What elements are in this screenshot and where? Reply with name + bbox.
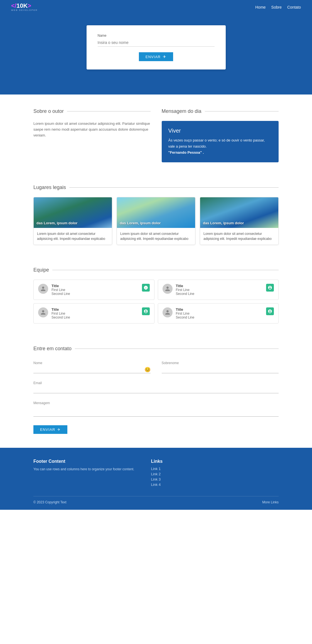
place-text-1: Lorem ipsum dolor sit amet consectetur a… xyxy=(37,231,109,241)
badge-icon-1 xyxy=(144,285,148,290)
team-line2-3: Second Line xyxy=(51,315,139,319)
lugares-header: Lugares legais xyxy=(33,185,279,190)
badge-icon-4 xyxy=(268,309,272,314)
team-grid: Title First Line Second Line Title First… xyxy=(33,280,279,324)
about-section: Sobre o outor Lorem ipsum dolor sit amet… xyxy=(0,95,312,176)
contact-section: Entre em contato Nome 😊 Sobrenome Email … xyxy=(0,337,312,448)
person-icon-3 xyxy=(40,310,46,315)
team-line2-4: Second Line xyxy=(176,315,263,319)
footer-link-1[interactable]: Link 1 xyxy=(151,467,163,471)
sobrenome-label: Sobrenome xyxy=(162,361,279,365)
contact-title: Entre em contato xyxy=(33,346,72,352)
team-line1-2: First Line xyxy=(176,288,263,292)
place-body-1: Lorem ipsum dolor sit amet consectetur a… xyxy=(34,228,112,245)
nav-contato[interactable]: Contato xyxy=(287,5,301,9)
team-badge-3 xyxy=(142,307,150,315)
nav-sobre[interactable]: Sobre xyxy=(271,5,282,9)
mensagem-author: "Fernando Pessoa" . xyxy=(168,150,204,155)
form-row-mensagem: Mensagem xyxy=(33,401,279,417)
nav-home[interactable]: Home xyxy=(255,5,266,9)
badge-icon-2 xyxy=(268,285,272,290)
about-left: Sobre o outor Lorem ipsum dolor sit amet… xyxy=(33,108,151,162)
place-card-1: das Lorem, ipsum dolor Lorem ipsum dolor… xyxy=(33,197,112,245)
sobrenome-field: Sobrenome xyxy=(162,361,279,373)
team-card-1: Title First Line Second Line xyxy=(33,280,154,300)
team-badge-1 xyxy=(142,284,150,292)
hero-card: Name ENVIAR ✈ xyxy=(87,25,226,69)
place-card-3: das Lorem, ipsum dolor Lorem ipsum dolor… xyxy=(200,197,279,245)
place-label-2: das Lorem, ipsum dolor xyxy=(120,221,161,225)
about-divider xyxy=(67,111,150,111)
place-body-3: Lorem ipsum dolor sit amet consectetur a… xyxy=(200,228,278,245)
lugares-divider xyxy=(69,187,279,188)
footer: Footer Content You can use rows and colu… xyxy=(0,448,312,510)
team-info-4: Title First Line Second Line xyxy=(176,307,263,319)
team-info-1: Title First Line Second Line xyxy=(51,284,139,296)
equipe-title: Equipe xyxy=(33,267,49,273)
mensagem-input[interactable] xyxy=(33,406,279,417)
about-title: Sobre o outor xyxy=(33,108,64,114)
email-label: Email xyxy=(33,381,279,385)
place-img-2: das Lorem, ipsum dolor xyxy=(117,197,195,228)
team-line1-4: First Line xyxy=(176,312,263,315)
person-icon-1 xyxy=(40,286,46,292)
place-label-1: das Lorem, ipsum dolor xyxy=(36,221,77,225)
place-text-2: Lorem ipsum dolor sit amet consectetur a… xyxy=(120,231,192,241)
mensagem-card-text: Às vezes ouço passar o vento; e só de ou… xyxy=(168,137,272,156)
footer-link-2[interactable]: Link 2 xyxy=(151,472,163,476)
mensagem-divider xyxy=(205,111,279,111)
avatar-1 xyxy=(38,284,48,294)
avatar-4 xyxy=(163,307,173,317)
lugares-section: Lugares legais das Lorem, ipsum dolor Lo… xyxy=(0,176,312,259)
footer-link-4[interactable]: Link 4 xyxy=(151,483,163,487)
place-text-3: Lorem ipsum dolor sit amet consectetur a… xyxy=(203,231,275,241)
team-title-1: Title xyxy=(51,284,139,288)
team-badge-2 xyxy=(266,284,274,292)
team-line1-1: First Line xyxy=(51,288,139,292)
person-icon-2 xyxy=(165,286,170,292)
email-input[interactable] xyxy=(33,386,279,393)
email-field: Email xyxy=(33,381,279,393)
equipe-header: Equipe xyxy=(33,267,279,273)
sobrenome-input[interactable] xyxy=(162,365,279,373)
blue-spacer xyxy=(0,86,312,95)
footer-top: Footer Content You can use rows and colu… xyxy=(33,459,279,488)
more-links[interactable]: More Links xyxy=(262,500,279,504)
name-input[interactable] xyxy=(98,39,215,47)
hero-send-button[interactable]: ENVIAR ✈ xyxy=(139,52,173,61)
team-line2-2: Second Line xyxy=(176,292,263,296)
footer-content-text: You can use rows and columns here to org… xyxy=(33,467,134,472)
mensagem-card-title: Viver xyxy=(168,128,272,134)
contact-btn-row: ENVIAR ✈ xyxy=(33,425,279,434)
team-card-3: Title First Line Second Line xyxy=(33,303,154,324)
mensagem-card: Viver Às vezes ouço passar o vento; e só… xyxy=(162,121,279,162)
nav-logo-sub: WEB DEVELOPER xyxy=(11,9,38,11)
contact-send-button[interactable]: ENVIAR ✈ xyxy=(33,425,67,434)
avatar-3 xyxy=(38,307,48,317)
nav-links: Home Sobre Contato xyxy=(255,5,301,9)
contact-send-icon: ✈ xyxy=(57,427,61,432)
place-img-3: das Lorem, ipsum dolor xyxy=(200,197,278,228)
team-info-2: Title First Line Second Line xyxy=(176,284,263,296)
about-text: Lorem ipsum dolor sit amet consectetur a… xyxy=(33,121,151,138)
nome-input[interactable] xyxy=(33,365,151,373)
contact-header: Entre em contato xyxy=(33,346,279,352)
avatar-2 xyxy=(163,284,173,294)
places-grid: das Lorem, ipsum dolor Lorem ipsum dolor… xyxy=(33,197,279,245)
navbar: </10K> WEB DEVELOPER Home Sobre Contato xyxy=(0,0,312,14)
footer-links-title: Links xyxy=(151,459,163,464)
footer-bottom: © 2023 Copyright Text More Links xyxy=(33,496,279,504)
emoji-icon: 😊 xyxy=(144,367,151,373)
footer-link-3[interactable]: Link 3 xyxy=(151,477,163,481)
contact-divider xyxy=(75,349,279,349)
copyright-text: © 2023 Copyright Text xyxy=(33,500,67,504)
mensagem-field: Mensagem xyxy=(33,401,279,417)
mensagem-header: Mensagem do dia xyxy=(162,108,279,114)
about-header: Sobre o outor xyxy=(33,108,151,114)
lugares-title: Lugares legais xyxy=(33,185,66,190)
team-badge-4 xyxy=(266,307,274,315)
mensagem-label: Mensagem xyxy=(33,401,279,405)
footer-content-title: Footer Content xyxy=(33,459,134,464)
footer-links-col: Links Link 1 Link 2 Link 3 Link 4 xyxy=(151,459,163,488)
team-card-2: Title First Line Second Line xyxy=(158,280,279,300)
